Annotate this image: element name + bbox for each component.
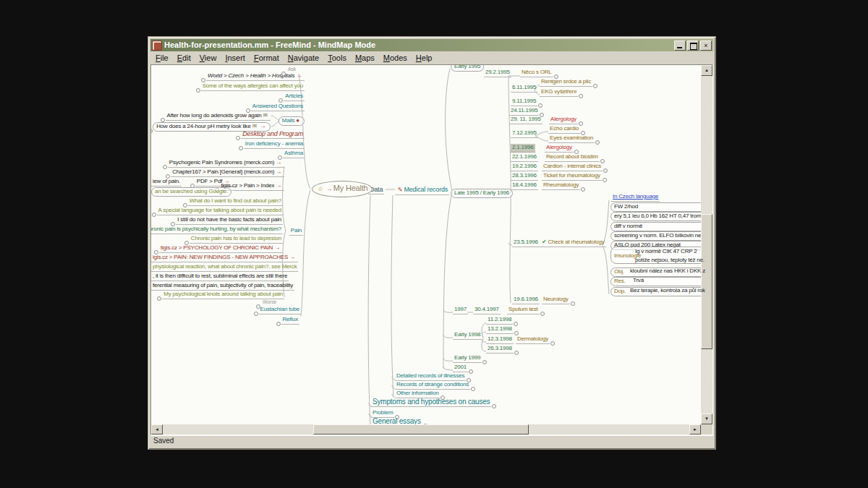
menu-file[interactable]: File [152,53,172,63]
mindmap-node[interactable]: Alergology [545,144,574,153]
mindmap-node[interactable]: Echo cardio [548,125,580,134]
mindmap-node[interactable]: Chapter167 > Pain [General] (merck.com)→ [171,168,284,177]
fold-handle[interactable] [157,296,161,301]
horizontal-scroll-thumb[interactable] [313,424,529,435]
mindmap-node[interactable]: ✎Medical records [395,186,449,195]
fold-handle[interactable] [276,322,281,326]
fold-handle[interactable] [163,165,167,169]
mindmap-node[interactable]: Cardion - internal clinics [542,163,603,171]
mindmap-node[interactable]: FW 2/hod [610,202,705,212]
vertical-scroll-thumb[interactable] [701,214,712,349]
mindmap-node[interactable]: 29. 11. 1995 [509,116,542,124]
mindmap-node[interactable]: Asthma [283,150,305,158]
mindmap-node[interactable]: 11.2.1998 [486,316,513,325]
mindmap-node[interactable]: In Czech language [611,193,660,202]
mindmap-node[interactable]: Mails● [278,116,305,126]
map-canvas[interactable]: AskWorld > Czech > Health > Hospitals→So… [151,65,705,424]
mindmap-node[interactable]: A special language for talking about pai… [157,207,283,215]
maximize-button[interactable] [687,40,699,51]
menu-view[interactable]: View [196,53,221,63]
mindmap-node[interactable]: potíže nejsou, teploty též ne. [634,257,705,265]
mindmap-node[interactable]: ✔Check at rheumatology [539,239,606,247]
mindmap-node[interactable]: Alergology [549,116,578,124]
mindmap-node[interactable]: What do I want to find out about pain? [188,197,283,206]
mindmap-node[interactable]: 29.2.1995 [484,69,511,77]
fold-handle[interactable] [593,84,597,88]
mindmap-node[interactable]: Psychogenic Pain Syndromes (merck.com)→ [168,159,284,168]
scroll-down-button[interactable]: ▼ [701,414,712,424]
mindmap-node[interactable]: ferential measuring of pain, subjectivit… [151,282,294,291]
fold-handle[interactable] [469,369,473,374]
mindmap-node[interactable]: Desktop and Program [241,130,305,139]
mindmap-node[interactable]: Rentgen srdce a plic [540,78,592,87]
mindmap-node[interactable]: Late 1995 / Early 1996 [451,189,513,198]
mindmap-node[interactable]: Answered Questions [251,103,305,111]
mindmap-node[interactable]: Něco s ORL [520,69,553,77]
mindmap-node[interactable]: Dermatology [516,335,550,344]
mindmap-node[interactable]: 28.3.1996 [511,172,538,181]
fold-handle[interactable] [579,94,583,98]
menu-modes[interactable]: Modes [380,53,411,63]
mindmap-node[interactable]: 30.4.1997 [473,306,501,314]
mindmap-node[interactable]: 19.2.1996 [511,163,538,171]
menu-help[interactable]: Help [412,53,436,63]
menu-maps[interactable]: Maps [352,53,378,63]
mindmap-node[interactable]: iew of pain. [151,178,182,187]
close-button[interactable]: × [700,40,712,51]
mindmap-node[interactable]: Record about biostim [545,153,600,162]
mindmap-node[interactable]: Early 1998 [453,331,482,340]
mindmap-node[interactable]: Ask [286,66,297,74]
mindmap-node[interactable]: , it is then difficult to rest, sublimin… [151,273,289,281]
fold-handle[interactable] [492,404,496,408]
mindmap-node[interactable]: 9.11.1995 [511,98,537,106]
mindmap-node[interactable]: an be searched using Google. [151,187,231,197]
fold-handle[interactable] [482,360,487,364]
menu-format[interactable]: Format [250,53,283,63]
fold-handle[interactable] [595,140,600,145]
mindmap-node[interactable]: Ig v normě CIK 47 CRP 2 [634,248,699,256]
mindmap-node[interactable]: kloubní nález nas HKK i DKK zcela k [629,267,705,275]
fold-handle[interactable] [471,387,475,391]
menu-edit[interactable]: Edit [174,53,195,63]
mindmap-node[interactable]: Early 1999 [453,354,482,363]
mindmap-node[interactable]: I still do not have the basic facts abou… [176,216,283,225]
mindmap-node[interactable]: Bez terapie, kontrola za půl roku s o [629,287,705,295]
minimize-button[interactable] [674,40,686,51]
fold-handle[interactable] [571,301,575,306]
mindmap-node[interactable]: 19.6.1996 [512,296,540,304]
scroll-right-button[interactable]: ► [689,424,701,435]
mindmap-node[interactable]: 7.12.1995 [511,129,538,138]
fold-handle[interactable] [514,351,519,355]
mindmap-node[interactable]: 13.2.1998 [486,325,514,334]
mindmap-node[interactable]: 26.3.1998 [486,345,514,354]
mindmap-node[interactable]: 1997 [453,306,468,314]
fold-handle[interactable] [540,312,545,316]
mindmap-node[interactable]: Detailed records of illnesses [395,372,466,381]
fold-handle[interactable] [603,178,607,182]
mindmap-node[interactable]: 18.4.1996 [511,181,538,190]
mindmap-node[interactable]: 2001 [453,364,468,372]
mindmap-node[interactable]: Trvá [631,277,645,285]
mindmap-node[interactable]: Rheumatology [542,181,580,190]
mindmap-node[interactable]: Chronic pain has to lead to depresion [190,235,283,244]
mindmap-node[interactable]: Res. [610,277,705,286]
fold-handle[interactable] [196,88,200,93]
mindmap-node[interactable]: Early 1995 [451,65,484,72]
mindmap-node[interactable]: Worse [261,299,278,307]
scroll-up-button[interactable]: ▲ [701,65,712,76]
mindmap-node[interactable]: 23.5.1996 [512,239,540,247]
mindmap-node[interactable]: Chronic pain is psychically hurting, by … [151,226,283,234]
menu-insert[interactable]: Insert [221,53,249,63]
mindmap-node[interactable]: General essays [371,418,422,424]
mindmap-node[interactable]: EKG vyšetření [540,88,578,97]
fold-handle[interactable] [254,312,258,316]
mindmap-node[interactable]: Iron deficiency - anemia [244,140,305,149]
fold-handle[interactable] [152,213,156,217]
mindmap-node[interactable]: 12.3.1998 [486,335,514,344]
mindmap-node[interactable]: Sputum test [507,306,540,314]
menu-navigate[interactable]: Navigate [284,53,323,63]
mindmap-node[interactable]: screening v norm. ELFO bílkovin negat [610,231,705,241]
mindmap-node[interactable]: 24.11.1995 [509,107,539,116]
fold-handle[interactable] [239,146,243,150]
mindmap-node[interactable]: Eustachian tube [259,306,301,314]
